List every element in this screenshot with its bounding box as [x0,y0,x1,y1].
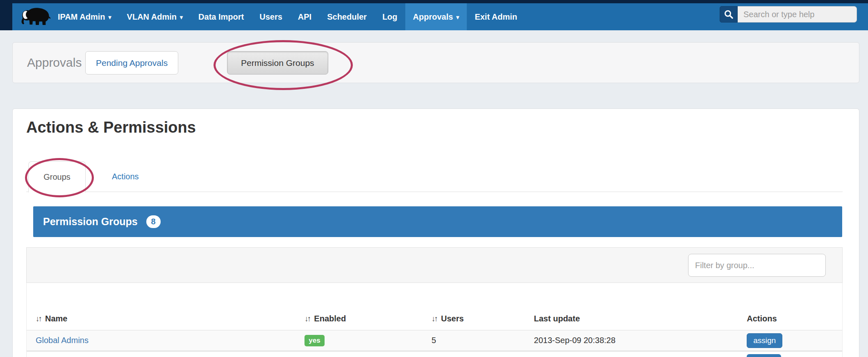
permission-groups-table: ↓↑Name ↓↑Enabled ↓↑Users Last update Act… [26,247,843,357]
admin-menu: IPAM Admin▾ VLAN Admin▾ Data Import User… [50,3,525,30]
nav-item-exit-admin[interactable]: Exit Admin [467,3,525,30]
search-button[interactable] [720,6,738,23]
cell-actions: assign [738,333,842,348]
navbar-search [720,6,857,23]
column-header-last-update: Last update [525,314,738,330]
table-row: Global Admins yes 5 2013-Sep-09 20:38:28… [27,330,842,352]
cell-last-update: 2013-Sep-09 20:38:28 [525,336,738,345]
chevron-down-icon: ▾ [109,4,111,31]
enabled-badge: yes [304,335,324,346]
phpipam-admin-screen: IPAM Admin▾ VLAN Admin▾ Data Import User… [0,0,868,357]
nav-item-users[interactable]: Users [252,3,290,30]
search-input[interactable] [738,6,857,23]
nav-item-approvals[interactable]: Approvals▾ [405,3,467,30]
group-count-badge: 8 [146,215,161,228]
permission-groups-button[interactable]: Permission Groups [227,51,328,75]
top-navbar: IPAM Admin▾ VLAN Admin▾ Data Import User… [0,3,868,30]
column-header-name: ↓↑Name [27,314,295,330]
chevron-down-icon: ▾ [180,4,183,31]
pending-approvals-button[interactable]: Pending Approvals [85,51,178,75]
chevron-down-icon: ▾ [456,4,459,31]
tab-groups[interactable]: Groups [28,161,86,192]
search-icon [724,10,733,19]
approvals-header-panel: Approvals Pending Approvals Permission G… [12,42,859,83]
assign-button-partial[interactable] [747,354,781,357]
nav-item-api[interactable]: API [290,3,319,30]
nav-item-scheduler[interactable]: Scheduler [319,3,375,30]
table-toolbar [26,247,843,283]
panel-title: Permission Groups [43,216,138,227]
section-heading: Actions & Permissions [26,119,196,136]
sort-icon[interactable]: ↓↑ [432,314,437,323]
cell-name: Global Admins [27,336,295,345]
column-header-actions: Actions [738,314,842,330]
assign-button[interactable]: assign [747,333,782,348]
window-left-border [0,0,12,30]
phpipam-logo[interactable] [18,5,55,29]
tab-actions[interactable]: Actions [100,161,151,192]
page-title: Approvals [27,43,82,83]
table-row-partial [27,352,842,357]
filter-input[interactable] [688,254,826,277]
sort-icon[interactable]: ↓↑ [36,314,41,323]
nav-item-ipam-admin[interactable]: IPAM Admin▾ [50,3,119,30]
column-header-enabled: ↓↑Enabled [295,314,423,330]
nav-item-vlan-admin[interactable]: VLAN Admin▾ [119,3,191,30]
cell-users: 5 [423,336,525,345]
cell-enabled: yes [295,335,423,346]
table-header-row: ↓↑Name ↓↑Enabled ↓↑Users Last update Act… [27,283,842,330]
nav-item-log[interactable]: Log [375,3,405,30]
column-header-users: ↓↑Users [423,314,525,330]
permission-groups-panel-header: Permission Groups 8 [33,206,842,237]
table: ↓↑Name ↓↑Enabled ↓↑Users Last update Act… [26,283,843,357]
group-name-link[interactable]: Global Admins [36,336,89,345]
elephant-icon [18,5,55,29]
tabs-divider [26,192,843,192]
window-top-border [0,0,868,3]
actions-permissions-panel: Actions & Permissions Groups Actions Per… [12,108,859,357]
nav-item-data-import[interactable]: Data Import [191,3,252,30]
sort-icon[interactable]: ↓↑ [304,314,310,323]
